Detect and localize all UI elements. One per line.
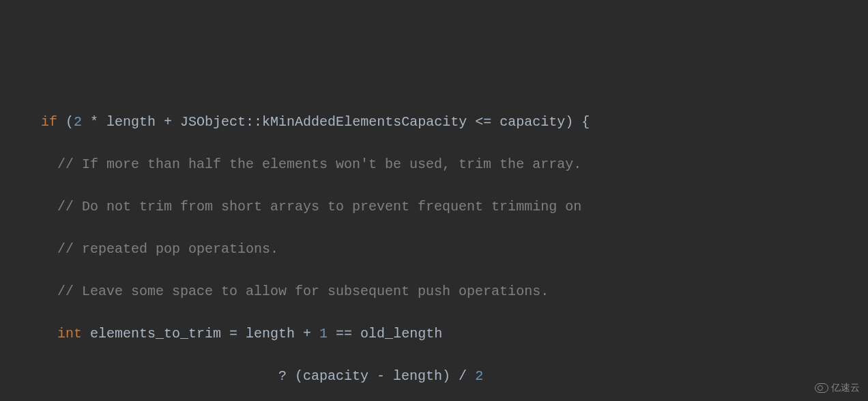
cloud-icon [815, 383, 828, 393]
number-literal: 1 [319, 326, 328, 342]
code-line-6: int elements_to_trim = length + 1 == old… [0, 323, 868, 344]
keyword-int: int [57, 326, 82, 342]
code-line-5: // Leave some space to allow for subsequ… [0, 281, 868, 302]
keyword-if: if [41, 114, 57, 130]
comment: // repeated pop operations. [57, 241, 278, 257]
number-literal: 2 [74, 114, 82, 130]
code-line-2: // If more than half the elements won't … [0, 154, 868, 175]
comment: // Leave some space to allow for subsequ… [57, 284, 549, 299]
number-literal: 2 [475, 368, 483, 384]
code-line-1: if (2 * length + JSObject::kMinAddedElem… [0, 111, 868, 133]
code-line-3: // Do not trim from short arrays to prev… [0, 196, 868, 217]
code-line-4: // repeated pop operations. [0, 238, 868, 260]
comment: // Do not trim from short arrays to prev… [57, 199, 581, 215]
watermark-text: 亿速云 [831, 381, 860, 396]
code-block: if (2 * length + JSObject::kMinAddedElem… [0, 90, 868, 401]
code-line-7: ? (capacity - length) / 2 [0, 365, 868, 387]
watermark: 亿速云 [815, 381, 860, 396]
comment: // If more than half the elements won't … [57, 156, 581, 172]
